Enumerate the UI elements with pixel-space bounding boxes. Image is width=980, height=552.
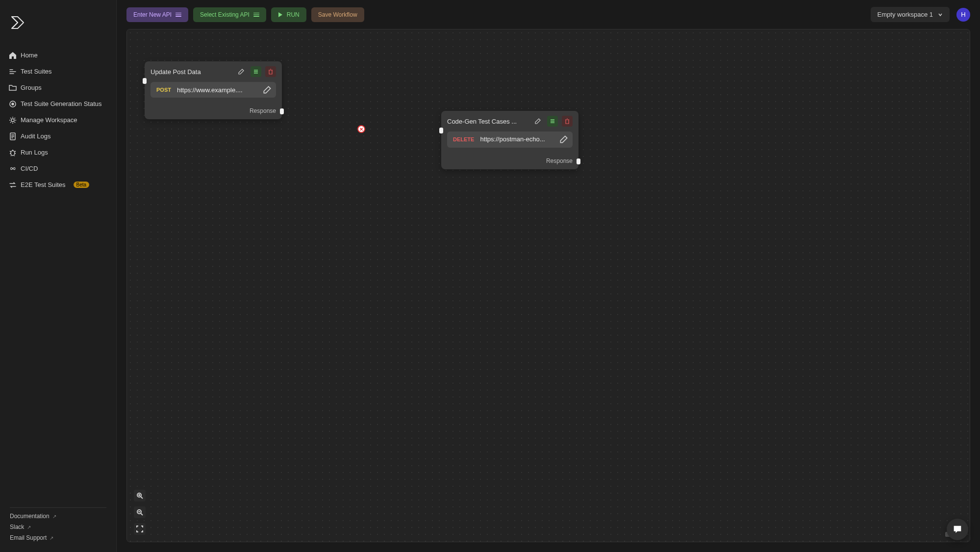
run-button[interactable]: RUN — [271, 7, 306, 22]
node-url-edit-button[interactable] — [263, 86, 271, 94]
node-input-port[interactable] — [439, 128, 443, 133]
documentation-link[interactable]: Documentation ↗ — [10, 512, 106, 521]
doc-icon — [9, 132, 17, 140]
node-edit-button[interactable] — [532, 116, 543, 127]
button-label: Save Workflow — [318, 11, 357, 18]
canvas-wrap: Update Post Data POST — [126, 29, 970, 542]
external-link-icon: ↗ — [52, 514, 56, 519]
node-header: Update Post Data — [145, 61, 282, 82]
link-label: Slack — [10, 524, 24, 530]
sidebar-item-label: CI/CD — [21, 165, 38, 172]
workflow-canvas[interactable]: Update Post Data POST — [126, 29, 970, 542]
menu-lines-icon — [176, 13, 181, 17]
response-label: Response — [546, 158, 573, 164]
sidebar-item-label: E2E Test Suites — [21, 181, 66, 188]
button-label: Select Existing API — [200, 11, 250, 18]
sidebar-item-audit-logs[interactable]: Audit Logs — [0, 128, 116, 144]
node-url-edit-button[interactable] — [560, 135, 568, 143]
sidebar-item-run-logs[interactable]: Run Logs — [0, 144, 116, 160]
app-logo[interactable] — [0, 10, 116, 47]
folder-icon — [9, 84, 17, 92]
infinity-icon — [9, 165, 17, 173]
workflow-node[interactable]: Code-Gen Test Cases ... DELE — [441, 111, 578, 169]
select-existing-api-button[interactable]: Select Existing API — [193, 7, 266, 22]
sidebar-item-generation-status[interactable]: Test Suite Generation Status — [0, 96, 116, 112]
sidebar-item-label: Audit Logs — [21, 132, 50, 140]
workspace-label: Empty workspace 1 — [878, 11, 933, 18]
save-workflow-button[interactable]: Save Workflow — [311, 7, 364, 22]
workflow-node[interactable]: Update Post Data POST — [145, 61, 282, 119]
home-icon — [9, 52, 17, 59]
node-title: Code-Gen Test Cases ... — [447, 118, 528, 125]
play-icon — [278, 12, 283, 17]
button-label: Enter New API — [133, 11, 172, 18]
external-link-icon: ↗ — [50, 535, 53, 541]
sidebar-item-label: Run Logs — [21, 149, 48, 156]
sidebar-item-test-suites[interactable]: Test Suites — [0, 63, 116, 79]
node-delete-button[interactable] — [562, 116, 573, 127]
node-url: https://postman-echo... — [480, 135, 555, 144]
button-label: RUN — [287, 11, 300, 18]
chevron-down-icon — [938, 12, 943, 17]
workspace-dropdown[interactable]: Empty workspace 1 — [871, 7, 950, 22]
svg-point-2 — [11, 119, 14, 122]
avatar-letter: H — [961, 11, 965, 18]
sidebar-item-label: Groups — [21, 84, 42, 91]
enter-new-api-button[interactable]: Enter New API — [126, 7, 188, 22]
fit-view-button[interactable] — [134, 523, 146, 535]
sidebar-item-cicd[interactable]: CI/CD — [0, 160, 116, 177]
sidebar-item-e2e-test-suites[interactable]: E2E Test Suites Beta — [0, 177, 116, 193]
node-url: https://www.example.... — [177, 86, 258, 94]
sidebar-item-label: Test Suite Generation Status — [21, 100, 101, 107]
chat-support-button[interactable] — [947, 519, 968, 540]
sidebar-nav: Home Test Suites Groups Test Suite Gener… — [0, 47, 116, 503]
swap-icon — [9, 181, 17, 189]
node-request-row[interactable]: DELETE https://postman-echo... — [447, 131, 573, 148]
node-menu-button[interactable] — [251, 66, 261, 77]
node-footer: Response — [441, 155, 578, 169]
tests-icon — [9, 68, 17, 76]
node-menu-button[interactable] — [547, 116, 558, 127]
node-input-port[interactable] — [143, 78, 147, 84]
gear-icon — [9, 116, 17, 124]
sidebar: Home Test Suites Groups Test Suite Gener… — [0, 0, 117, 552]
avatar[interactable]: H — [956, 8, 970, 22]
node-header: Code-Gen Test Cases ... — [441, 111, 578, 131]
chat-icon — [952, 524, 963, 535]
sidebar-item-manage-workspace[interactable]: Manage Workspace — [0, 112, 116, 128]
slack-link[interactable]: Slack ↗ — [10, 523, 106, 531]
node-edit-button[interactable] — [236, 66, 247, 77]
zoom-out-button[interactable] — [134, 506, 146, 518]
link-label: Email Support — [10, 534, 47, 541]
external-link-icon: ↗ — [27, 525, 31, 530]
http-method-badge: DELETE — [452, 135, 475, 143]
node-output-port[interactable] — [280, 108, 284, 114]
svg-point-1 — [12, 103, 14, 105]
zoom-in-button[interactable] — [134, 490, 146, 501]
menu-lines-icon — [253, 13, 259, 17]
response-label: Response — [250, 107, 276, 114]
email-support-link[interactable]: Email Support ↗ — [10, 533, 106, 542]
sidebar-divider — [10, 507, 106, 508]
sidebar-item-label: Home — [21, 52, 38, 59]
topbar-left: Enter New API Select Existing API RUN Sa… — [126, 7, 364, 22]
link-label: Documentation — [10, 513, 50, 520]
node-output-port[interactable] — [577, 158, 580, 164]
sidebar-item-groups[interactable]: Groups — [0, 79, 116, 96]
edge-delete-button[interactable]: ✕ — [357, 125, 365, 133]
sidebar-item-label: Test Suites — [21, 68, 52, 75]
canvas-controls — [134, 490, 146, 535]
node-body: POST https://www.example.... — [145, 82, 282, 105]
node-title: Update Post Data — [151, 68, 232, 76]
node-footer: Response — [145, 105, 282, 119]
status-icon — [9, 100, 17, 108]
bug-icon — [9, 149, 17, 157]
node-request-row[interactable]: POST https://www.example.... — [151, 82, 276, 98]
sidebar-item-home[interactable]: Home — [0, 47, 116, 63]
http-method-badge: POST — [155, 86, 172, 94]
topbar: Enter New API Select Existing API RUN Sa… — [117, 0, 980, 29]
node-delete-button[interactable] — [265, 66, 276, 77]
sidebar-item-label: Manage Workspace — [21, 116, 77, 124]
sidebar-bottom-links: Documentation ↗ Slack ↗ Email Support ↗ — [0, 512, 116, 542]
topbar-right: Empty workspace 1 H — [871, 7, 970, 22]
